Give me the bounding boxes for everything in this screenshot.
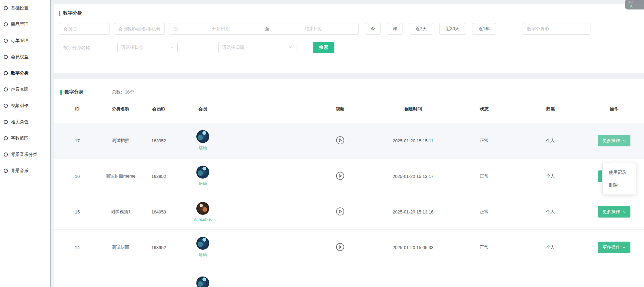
col-header-id: ID <box>54 106 101 111</box>
sidebar-item-digital-avatar[interactable]: 数字分身 <box>0 65 50 81</box>
chevron-down-icon <box>289 45 293 50</box>
col-header-member-id: 会员ID <box>140 106 177 112</box>
sidebar: 基础设置 商品管理 订单管理 会员权益 数字分身 声音克隆 视频创作 相关角色 … <box>0 0 51 287</box>
sidebar-item-label: 商品管理 <box>11 21 28 27</box>
cell-created: 2025-01-20 15:15:11 <box>374 138 452 143</box>
sidebar-item-label: 相关角色 <box>11 119 28 125</box>
cell-member <box>177 276 228 287</box>
download-arrow-icon: ↓ <box>628 4 629 8</box>
member-name-link[interactable]: 培灿 <box>199 252 207 258</box>
cell-member: 培灿 <box>177 166 228 187</box>
dropdown-item-usage-log[interactable]: 使用记录 <box>603 166 636 179</box>
chevron-down-icon <box>622 139 626 143</box>
play-video-icon[interactable] <box>336 207 345 216</box>
cell-video <box>306 243 374 252</box>
table-header-row: ID 分身名称 会员ID 会员 视频 创建时间 状态 归属 操作 <box>54 95 644 123</box>
chevron-down-icon <box>622 246 626 249</box>
status-select[interactable]: 请选择状态 <box>117 42 178 53</box>
member-id-input[interactable] <box>59 23 110 35</box>
cell-id: 14 <box>54 245 101 250</box>
cell-status: 正常 <box>452 209 516 215</box>
cell-video <box>306 171 374 181</box>
member-avatar <box>196 166 209 179</box>
date-range-picker[interactable]: 开始日期 至 结束日期 <box>169 23 359 35</box>
sidebar-item-label: 声音克隆 <box>11 86 28 93</box>
cell-member-id: 163952 <box>140 245 177 250</box>
col-header-member: 会员 <box>177 106 228 112</box>
sidebar-item-label: 背景音乐分类 <box>11 151 37 158</box>
table-row: 14 测试封面 163952 培灿 2025-01-20 15:05:33 正常… <box>54 230 644 265</box>
sidebar-item-label: 字数范围 <box>11 135 28 141</box>
chevron-down-icon <box>170 45 174 50</box>
sidebar-item-order-management[interactable]: 订单管理 <box>0 33 50 49</box>
cell-actions: 更多操作 <box>584 242 644 253</box>
more-actions-label: 更多操作 <box>603 138 620 144</box>
quick-range-7days-button[interactable]: 近7天 <box>409 23 433 35</box>
sidebar-item-product-management[interactable]: 商品管理 <box>0 16 50 33</box>
section-accent-bar <box>60 90 62 95</box>
play-video-icon[interactable] <box>336 136 345 145</box>
filter-title: 数字分身 <box>63 10 82 16</box>
cell-created: 2025-01-20 15:13:17 <box>374 174 452 179</box>
sidebar-item-label: 视频创作 <box>11 103 28 109</box>
sidebar-item-label: 背景音乐 <box>11 168 28 174</box>
play-video-icon[interactable] <box>336 171 345 180</box>
cell-status: 正常 <box>452 138 516 144</box>
radio-circle-icon <box>4 55 8 59</box>
sidebar-item-voice-clone[interactable]: 声音克隆 <box>0 81 50 98</box>
member-name-link[interactable]: A Incubus <box>194 217 212 222</box>
sidebar-item-video-creation[interactable]: 视频创作 <box>0 98 50 114</box>
quick-range-today-button[interactable]: 今 <box>365 23 381 35</box>
cell-belong: 个人 <box>516 244 584 250</box>
avatar-id-input[interactable] <box>523 23 590 35</box>
cell-member-id: 163952 <box>140 138 177 143</box>
sidebar-item-label: 数字分身 <box>11 70 28 76</box>
cell-avatar-name: 测试封面 <box>101 244 140 250</box>
sidebar-item-bgm-category[interactable]: 背景音乐分类 <box>0 146 50 163</box>
dropdown-item-delete[interactable]: 删除 <box>603 179 636 192</box>
radio-circle-icon <box>4 6 8 10</box>
cell-belong: 个人 <box>516 173 584 179</box>
sidebar-item-related-roles[interactable]: 相关角色 <box>0 114 50 130</box>
start-date-placeholder: 开始日期 <box>180 26 262 32</box>
sidebar-item-label: 订单管理 <box>11 38 28 44</box>
more-actions-button[interactable]: 更多操作 <box>598 242 630 253</box>
more-actions-label: 更多操作 <box>603 209 620 215</box>
radio-circle-icon <box>4 39 8 43</box>
sidebar-item-bgm[interactable]: 背景音乐 <box>0 163 50 179</box>
quick-range-30days-button[interactable]: 近30天 <box>439 23 466 35</box>
col-header-belong: 归属 <box>516 106 584 112</box>
sidebar-item-word-count-range[interactable]: 字数范围 <box>0 130 50 146</box>
cell-member: 培灿 <box>177 237 228 258</box>
col-header-avatar-name: 分身名称 <box>101 106 140 112</box>
cell-status: 正常 <box>452 244 516 250</box>
cell-member: 培灿 <box>177 130 228 151</box>
sidebar-item-basic-settings[interactable]: 基础设置 <box>0 0 50 16</box>
table-row: 15 测试视频1 164953 A Incubus 2025-01-20 15:… <box>54 194 644 230</box>
cell-avatar-name: 测试视频1 <box>101 209 140 215</box>
radio-circle-icon <box>4 104 8 108</box>
cell-member-id: 164953 <box>140 209 177 214</box>
member-name-link[interactable]: 培灿 <box>199 145 207 151</box>
quick-range-yesterday-button[interactable]: 昨 <box>387 23 403 35</box>
belong-select-placeholder: 请选择归属 <box>222 44 244 50</box>
search-button[interactable]: 搜索 <box>313 42 334 53</box>
cell-video <box>306 207 374 217</box>
belong-select[interactable]: 请选择归属 <box>218 42 296 53</box>
quick-range-1year-button[interactable]: 近1年 <box>472 23 496 35</box>
cell-belong: 个人 <box>516 138 584 144</box>
more-actions-button[interactable]: 更多操作 <box>598 135 630 146</box>
sidebar-item-label: 会员权益 <box>11 54 28 60</box>
table-section-title: 数字分身 总数: 16个 <box>54 79 644 95</box>
member-name-link[interactable]: 培灿 <box>199 181 207 187</box>
cell-id: 15 <box>54 209 101 214</box>
avatar-name-input[interactable] <box>59 42 113 53</box>
sidebar-item-member-benefits[interactable]: 会员权益 <box>0 49 50 65</box>
play-video-icon[interactable] <box>336 243 345 251</box>
table-row-partial <box>54 265 644 287</box>
more-actions-button[interactable]: 更多操作 <box>598 206 630 218</box>
member-nickname-input[interactable] <box>114 23 165 35</box>
col-header-created: 创建时间 <box>374 106 452 112</box>
cell-member-id: 163952 <box>140 174 177 179</box>
cell-created: 2025-01-20 15:05:33 <box>374 245 452 250</box>
